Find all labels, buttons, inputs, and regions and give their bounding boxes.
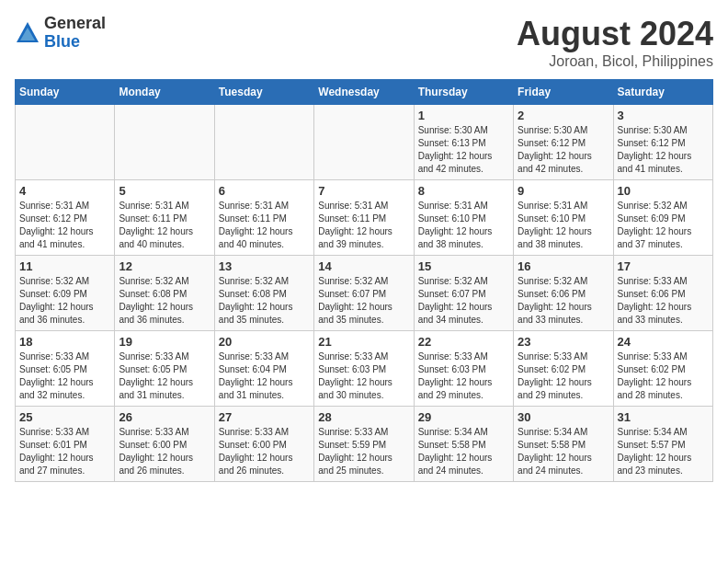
calendar-cell: 31Sunrise: 5:34 AM Sunset: 5:57 PM Dayli…	[613, 407, 712, 482]
day-number: 5	[119, 184, 210, 198]
day-info: Sunrise: 5:32 AM Sunset: 6:08 PM Dayligh…	[119, 275, 210, 327]
weekday-header-monday: Monday	[115, 80, 214, 105]
day-info: Sunrise: 5:33 AM Sunset: 6:05 PM Dayligh…	[119, 350, 210, 402]
calendar-cell: 24Sunrise: 5:33 AM Sunset: 6:02 PM Dayli…	[613, 331, 712, 407]
day-info: Sunrise: 5:32 AM Sunset: 6:09 PM Dayligh…	[618, 200, 709, 251]
calendar-cell: 1Sunrise: 5:30 AM Sunset: 6:13 PM Daylig…	[414, 105, 513, 180]
calendar-cell: 22Sunrise: 5:33 AM Sunset: 6:03 PM Dayli…	[414, 331, 513, 407]
title-block: August 2024 Joroan, Bicol, Philippines	[517, 15, 713, 70]
day-number: 20	[219, 335, 310, 349]
day-info: Sunrise: 5:32 AM Sunset: 6:07 PM Dayligh…	[418, 275, 509, 327]
calendar-cell: 10Sunrise: 5:32 AM Sunset: 6:09 PM Dayli…	[613, 180, 712, 256]
day-info: Sunrise: 5:33 AM Sunset: 6:03 PM Dayligh…	[418, 350, 509, 402]
calendar-cell: 13Sunrise: 5:32 AM Sunset: 6:08 PM Dayli…	[214, 256, 313, 331]
day-number: 30	[518, 410, 609, 424]
calendar-header: SundayMondayTuesdayWednesdayThursdayFrid…	[16, 80, 713, 105]
day-info: Sunrise: 5:33 AM Sunset: 6:05 PM Dayligh…	[19, 350, 110, 402]
calendar-cell: 2Sunrise: 5:30 AM Sunset: 6:12 PM Daylig…	[514, 105, 613, 180]
day-number: 12	[119, 259, 210, 273]
calendar-cell	[314, 105, 414, 180]
day-number: 13	[219, 259, 310, 273]
weekday-header-thursday: Thursday	[414, 80, 513, 105]
calendar-cell: 25Sunrise: 5:33 AM Sunset: 6:01 PM Dayli…	[16, 407, 115, 482]
day-info: Sunrise: 5:32 AM Sunset: 6:07 PM Dayligh…	[318, 275, 409, 327]
day-info: Sunrise: 5:33 AM Sunset: 5:59 PM Dayligh…	[318, 426, 409, 477]
weekday-header-wednesday: Wednesday	[314, 80, 414, 105]
day-info: Sunrise: 5:32 AM Sunset: 6:09 PM Dayligh…	[19, 275, 110, 327]
day-info: Sunrise: 5:33 AM Sunset: 6:02 PM Dayligh…	[618, 350, 709, 402]
calendar-cell: 8Sunrise: 5:31 AM Sunset: 6:10 PM Daylig…	[414, 180, 513, 256]
day-number: 8	[418, 184, 509, 198]
weekday-row: SundayMondayTuesdayWednesdayThursdayFrid…	[16, 80, 713, 105]
calendar-body: 1Sunrise: 5:30 AM Sunset: 6:13 PM Daylig…	[16, 105, 713, 482]
day-info: Sunrise: 5:34 AM Sunset: 5:58 PM Dayligh…	[518, 426, 609, 477]
day-number: 10	[618, 184, 709, 198]
logo: General Blue	[15, 15, 106, 52]
day-number: 6	[219, 184, 310, 198]
calendar-cell	[214, 105, 313, 180]
calendar-cell: 27Sunrise: 5:33 AM Sunset: 6:00 PM Dayli…	[214, 407, 313, 482]
calendar-week-4: 18Sunrise: 5:33 AM Sunset: 6:05 PM Dayli…	[16, 331, 713, 407]
calendar-cell: 21Sunrise: 5:33 AM Sunset: 6:03 PM Dayli…	[314, 331, 414, 407]
day-number: 24	[618, 335, 709, 349]
logo-text: General Blue	[44, 15, 106, 52]
page-header: General Blue August 2024 Joroan, Bicol, …	[15, 15, 713, 70]
calendar-cell: 14Sunrise: 5:32 AM Sunset: 6:07 PM Dayli…	[314, 256, 414, 331]
day-number: 21	[318, 335, 409, 349]
calendar-cell: 15Sunrise: 5:32 AM Sunset: 6:07 PM Dayli…	[414, 256, 513, 331]
day-number: 15	[418, 259, 509, 273]
day-info: Sunrise: 5:31 AM Sunset: 6:11 PM Dayligh…	[219, 200, 310, 251]
day-info: Sunrise: 5:31 AM Sunset: 6:12 PM Dayligh…	[19, 200, 110, 251]
calendar-cell: 12Sunrise: 5:32 AM Sunset: 6:08 PM Dayli…	[115, 256, 214, 331]
day-number: 3	[618, 109, 709, 122]
day-info: Sunrise: 5:32 AM Sunset: 6:06 PM Dayligh…	[518, 275, 609, 327]
calendar-cell: 28Sunrise: 5:33 AM Sunset: 5:59 PM Dayli…	[314, 407, 414, 482]
day-number: 17	[618, 259, 709, 273]
day-number: 28	[318, 410, 409, 424]
day-number: 9	[518, 184, 609, 198]
day-info: Sunrise: 5:30 AM Sunset: 6:13 PM Dayligh…	[418, 124, 509, 176]
day-number: 25	[19, 410, 110, 424]
calendar-cell: 30Sunrise: 5:34 AM Sunset: 5:58 PM Dayli…	[514, 407, 613, 482]
day-number: 19	[119, 335, 210, 349]
weekday-header-friday: Friday	[514, 80, 613, 105]
calendar-cell: 3Sunrise: 5:30 AM Sunset: 6:12 PM Daylig…	[613, 105, 712, 180]
day-info: Sunrise: 5:31 AM Sunset: 6:10 PM Dayligh…	[518, 200, 609, 251]
day-info: Sunrise: 5:34 AM Sunset: 5:58 PM Dayligh…	[418, 426, 509, 477]
day-number: 18	[19, 335, 110, 349]
day-number: 16	[518, 259, 609, 273]
day-info: Sunrise: 5:32 AM Sunset: 6:08 PM Dayligh…	[219, 275, 310, 327]
day-number: 7	[318, 184, 409, 198]
calendar-cell: 20Sunrise: 5:33 AM Sunset: 6:04 PM Dayli…	[214, 331, 313, 407]
calendar-week-5: 25Sunrise: 5:33 AM Sunset: 6:01 PM Dayli…	[16, 407, 713, 482]
calendar-cell: 17Sunrise: 5:33 AM Sunset: 6:06 PM Dayli…	[613, 256, 712, 331]
day-info: Sunrise: 5:33 AM Sunset: 6:01 PM Dayligh…	[19, 426, 110, 477]
calendar-cell: 4Sunrise: 5:31 AM Sunset: 6:12 PM Daylig…	[16, 180, 115, 256]
day-number: 4	[19, 184, 110, 198]
day-number: 23	[518, 335, 609, 349]
calendar-week-3: 11Sunrise: 5:32 AM Sunset: 6:09 PM Dayli…	[16, 256, 713, 331]
calendar-cell: 7Sunrise: 5:31 AM Sunset: 6:11 PM Daylig…	[314, 180, 414, 256]
day-number: 29	[418, 410, 509, 424]
logo-icon	[15, 20, 40, 46]
calendar-table: SundayMondayTuesdayWednesdayThursdayFrid…	[15, 79, 713, 482]
day-number: 31	[618, 410, 709, 424]
day-number: 2	[518, 109, 609, 122]
calendar-cell	[16, 105, 115, 180]
day-number: 14	[318, 259, 409, 273]
day-info: Sunrise: 5:30 AM Sunset: 6:12 PM Dayligh…	[618, 124, 709, 176]
weekday-header-sunday: Sunday	[16, 80, 115, 105]
calendar-cell: 6Sunrise: 5:31 AM Sunset: 6:11 PM Daylig…	[214, 180, 313, 256]
calendar-cell	[115, 105, 214, 180]
day-info: Sunrise: 5:31 AM Sunset: 6:10 PM Dayligh…	[418, 200, 509, 251]
calendar-cell: 23Sunrise: 5:33 AM Sunset: 6:02 PM Dayli…	[514, 331, 613, 407]
day-info: Sunrise: 5:33 AM Sunset: 6:00 PM Dayligh…	[119, 426, 210, 477]
calendar-cell: 11Sunrise: 5:32 AM Sunset: 6:09 PM Dayli…	[16, 256, 115, 331]
weekday-header-tuesday: Tuesday	[214, 80, 313, 105]
weekday-header-saturday: Saturday	[613, 80, 712, 105]
day-number: 26	[119, 410, 210, 424]
day-number: 27	[219, 410, 310, 424]
logo-general: General	[44, 15, 106, 33]
calendar-cell: 19Sunrise: 5:33 AM Sunset: 6:05 PM Dayli…	[115, 331, 214, 407]
calendar-cell: 16Sunrise: 5:32 AM Sunset: 6:06 PM Dayli…	[514, 256, 613, 331]
